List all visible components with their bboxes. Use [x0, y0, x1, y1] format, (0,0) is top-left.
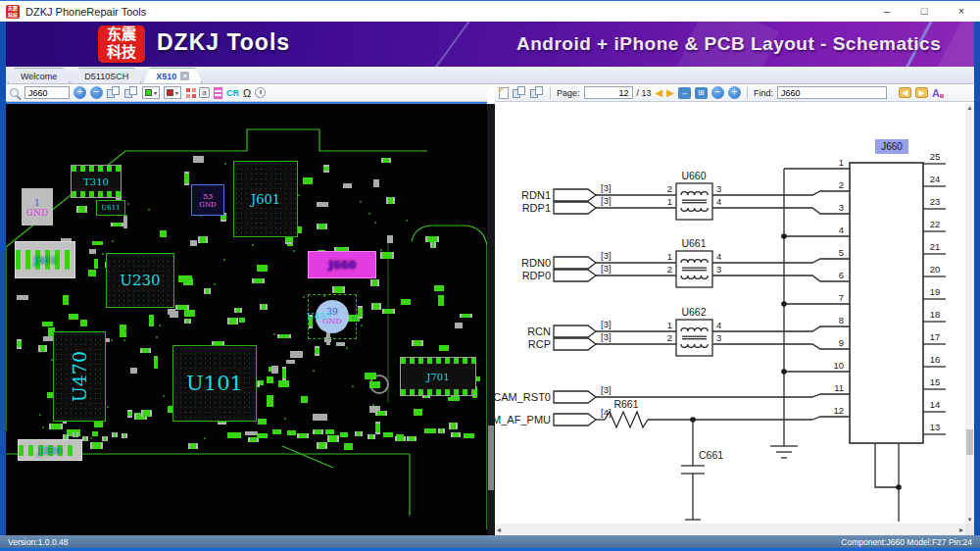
pcb-small-part [252, 278, 265, 283]
tab-x510[interactable]: X510 × [143, 68, 202, 83]
pcb-small-part [373, 179, 379, 187]
pcb-via [352, 385, 354, 387]
sch-zoom-in-button[interactable]: + [728, 86, 741, 99]
pcb-small-part [277, 334, 291, 338]
svg-text:2: 2 [839, 179, 844, 190]
pcb-small-part [383, 432, 393, 437]
svg-text:3: 3 [839, 202, 844, 213]
find-input[interactable] [777, 86, 887, 99]
pcb-via [346, 347, 348, 349]
pcb-via [204, 437, 206, 439]
pcb-component-j320[interactable]: J320 [18, 439, 82, 461]
pin27-stub [875, 443, 899, 487]
svg-text:2: 2 [667, 183, 672, 194]
fit-width-button[interactable]: ↔ [678, 87, 691, 99]
pcb-component-t310[interactable]: T310 [71, 165, 122, 198]
history-icon[interactable] [255, 87, 266, 98]
pcb-via [156, 336, 158, 338]
tab-d5110sch[interactable]: D5110SCH [72, 68, 141, 83]
next-page-button[interactable]: ▶ [666, 86, 674, 99]
svg-text:2: 2 [667, 332, 672, 343]
svg-text:[3]: [3] [601, 331, 612, 342]
svg-text:10: 10 [833, 360, 844, 371]
svg-text:24: 24 [930, 174, 941, 184]
pcb-small-part [42, 322, 53, 326]
pcb-small-part [282, 367, 286, 380]
net-flag [554, 338, 596, 350]
rotate-right-icon[interactable] [124, 86, 138, 99]
schematic-canvas[interactable]: RDN1[3]RDP1[3]21U66034RDN0[3]RDP0[3]12U6… [495, 104, 965, 524]
pcb-search-input[interactable] [24, 86, 70, 99]
pcb-small-part [90, 442, 103, 449]
annotation-icon[interactable]: a [199, 87, 210, 98]
schematic-horizontal-scrollbar[interactable]: ◂ ▸ [495, 524, 965, 535]
top-layer-color-picker[interactable]: ▾ [142, 86, 160, 99]
component-info-text: Component:J660 Model:F27 Pin:24 [841, 537, 972, 547]
pcb-small-part [375, 422, 380, 434]
pcb-small-part [395, 436, 406, 441]
scrollbar-thumb [966, 429, 973, 455]
pcb-component-j661[interactable]: J661 [15, 241, 75, 278]
pcb-small-part [315, 346, 319, 356]
scrollbar-corner [965, 524, 974, 535]
pcb-component-j701[interactable]: J701 [400, 357, 476, 396]
pcb-component-u611[interactable]: U611 [96, 200, 125, 216]
prev-page-button[interactable]: ◀ [656, 86, 663, 99]
pcb-small-part [386, 197, 395, 204]
pcb-small-part [198, 236, 208, 243]
pcb-small-part [267, 395, 273, 407]
svg-text:8: 8 [839, 315, 844, 326]
pcb-component-j660[interactable]: J660 [308, 251, 376, 278]
fit-page-button[interactable]: ⊞ [695, 87, 708, 99]
pcb-component-u101[interactable]: U101 [172, 345, 257, 422]
zoom-in-button[interactable]: + [74, 86, 86, 99]
find-next-button[interactable]: ▶ [915, 87, 928, 98]
pcb-small-part [92, 241, 103, 245]
pcb-small-part [94, 259, 98, 269]
pcb-component-53[interactable]: 53GND [191, 184, 224, 216]
zoom-out-button[interactable]: − [90, 86, 103, 99]
pcb-small-part [271, 366, 278, 374]
page-number-input[interactable] [584, 86, 633, 99]
rotate-left-icon[interactable] [107, 86, 121, 99]
close-button[interactable]: × [943, 1, 980, 23]
components-icon[interactable] [186, 88, 190, 92]
find-previous-button[interactable]: ◀ [899, 87, 911, 98]
minimize-button[interactable]: – [868, 1, 906, 23]
tab-close-icon[interactable]: × [180, 72, 189, 80]
svg-text:1: 1 [667, 320, 672, 330]
match-case-icon[interactable]: A [932, 87, 940, 99]
bottom-layer-color-picker[interactable]: ▾ [164, 86, 181, 99]
pcb-component-1[interactable]: 1GND [22, 188, 53, 225]
pcb-small-part [343, 183, 352, 188]
pcb-component-u230[interactable]: U230 [106, 253, 174, 308]
svg-text:1: 1 [667, 251, 672, 262]
sch-zoom-out-button[interactable]: − [711, 86, 724, 99]
layers-icon[interactable] [214, 87, 222, 99]
cr-mode-button[interactable]: CR [226, 88, 239, 98]
pcb-component-u487[interactable]: U48739GND [308, 294, 357, 339]
pcb-via [360, 201, 362, 203]
measure-ohm-button[interactable]: Ω [243, 87, 251, 99]
svg-text:RDN0: RDN0 [521, 257, 551, 269]
brand-logo: 东震科技 [98, 25, 145, 63]
pcb-canvas[interactable]: T3101GNDJ60153GNDU611J661U230J660U48739G… [6, 104, 487, 535]
pcb-small-part [260, 304, 268, 310]
active-panel-indicator [6, 102, 487, 104]
export-page-icon[interactable] [499, 87, 509, 99]
rotate-page-right-icon[interactable] [530, 86, 544, 99]
tab-welcome[interactable]: Welcome [8, 68, 70, 83]
pcb-small-part [438, 428, 445, 433]
rotate-page-left-icon[interactable] [513, 86, 526, 99]
svg-text:1: 1 [839, 157, 844, 168]
pcb-component-j601[interactable]: J601 [233, 161, 298, 237]
pcb-vertical-scrollbar[interactable] [487, 104, 495, 535]
pcb-small-part [290, 351, 303, 358]
schematic-vertical-scrollbar[interactable]: ▴ ▾ [965, 104, 974, 524]
maximize-button[interactable]: □ [906, 1, 943, 23]
pcb-small-part [130, 368, 137, 374]
pcb-small-part [49, 424, 63, 429]
pcb-small-part [332, 286, 345, 293]
pcb-component-u470[interactable]: U470 [53, 331, 106, 422]
pcb-via [39, 414, 41, 416]
